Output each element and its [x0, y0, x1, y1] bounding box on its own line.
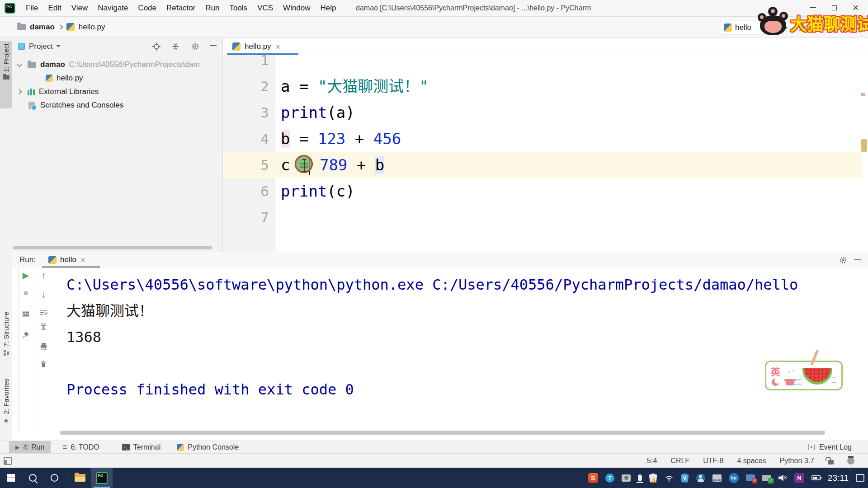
tree-row-hello-py[interactable]: hello.py — [12, 71, 222, 85]
tree-row-damao[interactable]: damao C:\Users\40556\PycharmProjects\dam — [12, 58, 222, 71]
sidebar-item-project[interactable]: 1: Project — [0, 41, 12, 108]
menu-tools[interactable]: Tools — [224, 0, 252, 17]
system-tray: S ? V hp ✕ N 23:11 — [577, 468, 864, 488]
menu-bar: File Edit View Navigate Code Refactor Ru… — [21, 0, 341, 17]
tree-row-external-libraries[interactable]: External Libraries — [12, 85, 222, 99]
clear-all-button[interactable] — [38, 359, 48, 369]
stop-button[interactable]: ■ — [21, 288, 31, 298]
tray-security-warning-icon[interactable] — [649, 474, 657, 483]
tray-antivirus-icon[interactable]: V — [681, 474, 689, 483]
menu-code[interactable]: Code — [133, 0, 161, 17]
python-interpreter[interactable]: Python 3.7 — [780, 457, 815, 465]
scroll-to-end-button[interactable] — [38, 322, 48, 332]
variable-b-write: b — [281, 130, 290, 148]
run-tab-hello[interactable]: hello ✕ — [45, 252, 90, 267]
locate-file-button[interactable] — [152, 42, 160, 51]
run-tab-label: hello — [60, 255, 76, 264]
menu-file[interactable]: File — [21, 0, 43, 17]
indent-setting[interactable]: 4 spaces — [737, 457, 766, 465]
editor-body[interactable]: 1 2 3 4 5 6 7 a = "大猫聊测试！" print(a) b = … — [223, 55, 868, 252]
project-panel-title[interactable]: Project — [29, 42, 53, 51]
menu-vcs[interactable]: VCS — [252, 0, 278, 17]
tray-sogou-icon[interactable]: S — [588, 473, 598, 483]
editor[interactable]: hello.py ✕ 1 2 3 4 5 6 7 a = "大猫聊测试！" pr… — [223, 38, 868, 252]
code-line-5: c = 789 + b — [281, 152, 384, 178]
file-explorer-button[interactable] — [69, 468, 91, 488]
console-horizontal-scrollbar[interactable] — [60, 431, 825, 435]
tray-mail-sync-icon[interactable] — [762, 475, 771, 481]
collapse-all-button[interactable] — [171, 42, 179, 51]
restore-layout-button[interactable] — [21, 309, 31, 319]
inspection-profile-icon[interactable] — [847, 457, 854, 465]
toolwindow-python-console-button[interactable]: Python Console — [170, 441, 245, 453]
taskbar-clock[interactable]: 23:11 — [828, 473, 849, 483]
print-button[interactable] — [38, 341, 48, 351]
taskbar-pycharm-button[interactable]: PC — [91, 468, 113, 488]
console-command-line: C:\Users\40556\software\python\python.ex… — [66, 272, 798, 298]
sidebar-item-structure[interactable]: 7: Structure — [0, 309, 12, 372]
tab-close-icon[interactable]: ✕ — [275, 43, 281, 50]
line-ending[interactable]: CRLF — [670, 457, 689, 465]
hide-run-panel-button[interactable] — [854, 259, 861, 260]
scrollbar-thumb-mark[interactable] — [861, 139, 867, 152]
project-horizontal-scrollbar[interactable] — [13, 246, 212, 249]
menu-edit[interactable]: Edit — [43, 0, 66, 17]
breadcrumb-file[interactable]: hello.py — [79, 23, 105, 32]
tray-hp-icon[interactable]: hp — [729, 473, 739, 483]
tree-project-path: C:\Users\40556\PycharmProjects\dam — [69, 60, 200, 69]
scratches-icon — [28, 102, 35, 109]
run-settings-button[interactable] — [839, 256, 847, 264]
readonly-lock-icon[interactable] — [828, 460, 834, 465]
down-stacktrace-button[interactable]: ↓ — [38, 289, 48, 299]
tray-help-icon[interactable]: ? — [605, 474, 614, 483]
toolwindow-todo-button[interactable]: ≡ 6: TODO — [56, 441, 105, 453]
breadcrumb-project[interactable]: damao — [30, 23, 55, 32]
menu-view[interactable]: View — [66, 0, 93, 17]
tray-touchpad-icon[interactable] — [712, 474, 722, 482]
tray-microphone-icon[interactable] — [638, 474, 642, 481]
title-bar: PC File Edit View Navigate Code Refactor… — [0, 0, 868, 17]
tray-wireless-icon[interactable] — [665, 474, 674, 482]
caret-position[interactable]: 5:4 — [647, 457, 657, 465]
menu-help[interactable]: Help — [316, 0, 341, 17]
pin-tab-button[interactable] — [21, 330, 31, 340]
soft-wrap-icon — [40, 309, 47, 316]
menu-refactor[interactable]: Refactor — [161, 0, 200, 17]
tray-nx-icon[interactable]: N — [794, 473, 804, 483]
tree-row-scratches[interactable]: Scratches and Consoles — [12, 99, 222, 112]
rail-separator — [18, 268, 19, 431]
sidebar-item-favorites[interactable]: 2: Favorites ★ — [0, 376, 12, 441]
tray-battery-icon[interactable] — [811, 475, 821, 480]
event-log-button[interactable]: Event Log — [807, 443, 852, 451]
pin-icon — [22, 331, 29, 338]
panel-settings-button[interactable] — [191, 42, 199, 51]
rerun-button[interactable]: ▶ — [21, 270, 31, 280]
tray-volume-muted-icon[interactable]: ✕ — [778, 474, 787, 482]
start-button[interactable] — [0, 468, 22, 488]
file-encoding[interactable]: UTF-8 — [703, 457, 723, 465]
menu-window[interactable]: Window — [278, 0, 315, 17]
run-tab-close-icon[interactable]: ✕ — [80, 257, 86, 263]
tray-printer-error-icon[interactable] — [746, 474, 755, 481]
menu-run[interactable]: Run — [200, 0, 224, 17]
up-stacktrace-button[interactable]: ↑ — [38, 270, 48, 280]
project-stripe-icon — [3, 75, 9, 80]
toolwindow-terminal-button[interactable]: ›_ Terminal — [116, 441, 167, 453]
tray-camera-icon[interactable] — [622, 474, 631, 482]
gear-icon — [191, 42, 199, 51]
hide-panel-button[interactable] — [210, 45, 218, 53]
tray-remote-access-icon[interactable] — [696, 474, 705, 483]
chevron-collapsed-icon[interactable] — [17, 89, 22, 94]
cortana-button[interactable] — [43, 468, 65, 488]
toolwindow-run-button[interactable]: ▶ 4: Run — [9, 441, 51, 453]
toolwindow-toggle-icon[interactable] — [4, 457, 12, 465]
taskbar-search-button[interactable] — [22, 468, 43, 488]
python-icon — [48, 256, 57, 264]
tab-hello-py[interactable]: hello.py ✕ — [227, 38, 286, 55]
tool-window-bar: ▶ 4: Run ≡ 6: TODO ›_ Terminal Python Co… — [0, 441, 868, 453]
soft-wrap-button[interactable] — [38, 307, 48, 317]
action-center-icon[interactable] — [856, 474, 864, 482]
gear-icon — [839, 256, 847, 264]
chevron-expanded-icon[interactable] — [17, 62, 22, 67]
menu-navigate[interactable]: Navigate — [93, 0, 133, 17]
